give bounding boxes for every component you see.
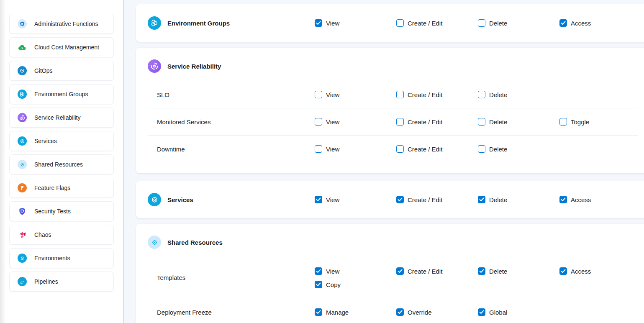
checkbox-label: Delete bbox=[489, 196, 507, 203]
checkbox-label: View bbox=[326, 91, 339, 98]
checkbox-label: Access bbox=[571, 196, 591, 203]
checkbox-box[interactable] bbox=[315, 91, 322, 98]
checkbox-box[interactable] bbox=[559, 267, 567, 275]
checkbox-access[interactable]: Access bbox=[559, 267, 591, 275]
checkbox-box[interactable] bbox=[396, 196, 404, 203]
checkbox-manage[interactable]: Manage bbox=[315, 308, 349, 316]
checkbox-access[interactable]: Access bbox=[559, 19, 591, 27]
checkbox-view[interactable]: View bbox=[315, 196, 339, 203]
checkbox-label: View bbox=[326, 196, 339, 203]
checkbox-box[interactable] bbox=[396, 91, 404, 98]
checkbox-label: Delete bbox=[489, 268, 507, 275]
checkbox-delete[interactable]: Delete bbox=[478, 196, 507, 203]
checkbox-box[interactable] bbox=[396, 308, 404, 316]
checkbox-view[interactable]: View bbox=[315, 145, 339, 153]
permission-card-service-reliability: Service Reliability SLO View Create / Ed… bbox=[136, 48, 644, 173]
sidebar-item-cloud-cost-management[interactable]: $ Cloud Cost Management bbox=[9, 37, 114, 57]
resource-label: Monitored Services bbox=[157, 118, 315, 126]
resource-rows: SLO View Create / Edit Delete Monitored … bbox=[136, 81, 644, 162]
checkbox-create-edit[interactable]: Create / Edit bbox=[396, 118, 442, 126]
environment-groups-icon bbox=[18, 90, 27, 99]
sidebar-item-environments[interactable]: Environments bbox=[9, 248, 114, 268]
checkbox-override[interactable]: Override bbox=[396, 308, 432, 316]
checkbox-label: Manage bbox=[326, 309, 349, 316]
checkbox-box[interactable] bbox=[315, 145, 322, 153]
sidebar-item-label: Feature Flags bbox=[34, 185, 70, 191]
checkbox-create-edit[interactable]: Create / Edit bbox=[396, 196, 442, 203]
sidebar-item-services[interactable]: Services bbox=[9, 131, 114, 151]
checkbox-delete[interactable]: Delete bbox=[478, 145, 507, 153]
svg-text:$: $ bbox=[21, 46, 23, 50]
services-icon bbox=[148, 193, 161, 206]
checkbox-delete[interactable]: Delete bbox=[478, 118, 507, 126]
checkbox-create-edit[interactable]: Create / Edit bbox=[396, 145, 442, 153]
checkbox-label: Toggle bbox=[571, 118, 589, 126]
checkbox-delete[interactable]: Delete bbox=[478, 19, 507, 27]
checkbox-box[interactable] bbox=[315, 267, 322, 275]
permission-row-slo: SLO View Create / Edit Delete bbox=[136, 81, 644, 108]
cloud-dollar-icon: $ bbox=[18, 43, 27, 52]
resource-label: SLO bbox=[157, 91, 315, 98]
shared-resources-icon bbox=[148, 236, 161, 249]
checkbox-delete[interactable]: Delete bbox=[478, 267, 507, 275]
environments-icon bbox=[18, 254, 27, 263]
checkbox-delete[interactable]: Delete bbox=[478, 91, 507, 98]
service-reliability-icon bbox=[148, 59, 161, 73]
checkbox-create-edit[interactable]: Create / Edit bbox=[396, 91, 442, 98]
checkbox-create-edit[interactable]: Create / Edit bbox=[396, 19, 442, 27]
permission-card-services: Services View Create / Edit Delete Acces… bbox=[136, 181, 644, 218]
sidebar-item-security-tests[interactable]: Security Tests bbox=[9, 201, 114, 221]
checkbox-box[interactable] bbox=[396, 145, 404, 153]
checkbox-box[interactable] bbox=[478, 308, 485, 316]
sidebar-item-administrative-functions[interactable]: Administrative Functions bbox=[9, 14, 114, 34]
checkbox-label: Create / Edit bbox=[408, 268, 442, 275]
checkbox-label: Access bbox=[571, 268, 591, 275]
sidebar-item-feature-flags[interactable]: Feature Flags bbox=[9, 178, 114, 198]
checkbox-view[interactable]: View bbox=[315, 118, 339, 126]
checkbox-box[interactable] bbox=[478, 19, 485, 27]
checkbox-box[interactable] bbox=[315, 196, 322, 203]
checkbox-view[interactable]: View bbox=[315, 267, 339, 275]
sidebar-item-environment-groups[interactable]: Environment Groups bbox=[9, 84, 114, 104]
service-reliability-icon bbox=[18, 113, 27, 122]
permission-card-environment-groups: Environment Groups View Create / Edit De… bbox=[136, 4, 644, 42]
checkbox-label: Delete bbox=[489, 20, 507, 27]
checkbox-label: Copy bbox=[326, 281, 341, 288]
permission-card-shared-resources: Shared Resources Templates View Copy bbox=[136, 224, 644, 323]
sidebar-item-shared-resources[interactable]: Shared Resources bbox=[9, 154, 114, 174]
sidebar-item-pipelines[interactable]: Pipelines bbox=[9, 272, 114, 292]
checkbox-box[interactable] bbox=[315, 281, 322, 288]
shared-resources-icon bbox=[18, 160, 27, 169]
checkbox-box[interactable] bbox=[315, 308, 322, 316]
checkbox-copy[interactable]: Copy bbox=[315, 281, 341, 288]
checkbox-box[interactable] bbox=[396, 19, 404, 27]
checkbox-label: View bbox=[326, 20, 339, 27]
checkbox-toggle[interactable]: Toggle bbox=[559, 118, 589, 126]
checkbox-access[interactable]: Access bbox=[559, 196, 591, 203]
checkbox-box[interactable] bbox=[478, 267, 485, 275]
checkbox-create-edit[interactable]: Create / Edit bbox=[396, 267, 442, 275]
checkbox-box[interactable] bbox=[478, 145, 485, 153]
checkbox-global[interactable]: Global bbox=[478, 308, 507, 316]
chaos-icon bbox=[18, 230, 27, 239]
checkbox-box[interactable] bbox=[478, 91, 485, 98]
sidebar-item-service-reliability[interactable]: Service Reliability bbox=[9, 108, 114, 128]
module-title: Environment Groups bbox=[167, 20, 230, 27]
checkbox-box[interactable] bbox=[478, 118, 485, 126]
checkbox-view[interactable]: View bbox=[315, 91, 339, 98]
sidebar-item-gitops[interactable]: GitOps bbox=[9, 61, 114, 81]
checkbox-box[interactable] bbox=[315, 19, 322, 27]
checkbox-box[interactable] bbox=[396, 118, 404, 126]
checkbox-box[interactable] bbox=[559, 19, 567, 27]
checkbox-box[interactable] bbox=[559, 118, 567, 126]
checkbox-box[interactable] bbox=[396, 267, 404, 275]
gitops-icon bbox=[18, 66, 27, 75]
checkbox-box[interactable] bbox=[315, 118, 322, 126]
checkbox-box[interactable] bbox=[478, 196, 485, 203]
checkbox-label: Create / Edit bbox=[408, 91, 442, 98]
checkbox-box[interactable] bbox=[559, 196, 567, 203]
checkbox-view[interactable]: View bbox=[315, 19, 339, 27]
sidebar-item-label: Environment Groups bbox=[34, 91, 88, 97]
sidebar-item-chaos[interactable]: Chaos bbox=[9, 225, 114, 245]
sidebar-item-label: Pipelines bbox=[34, 278, 58, 285]
